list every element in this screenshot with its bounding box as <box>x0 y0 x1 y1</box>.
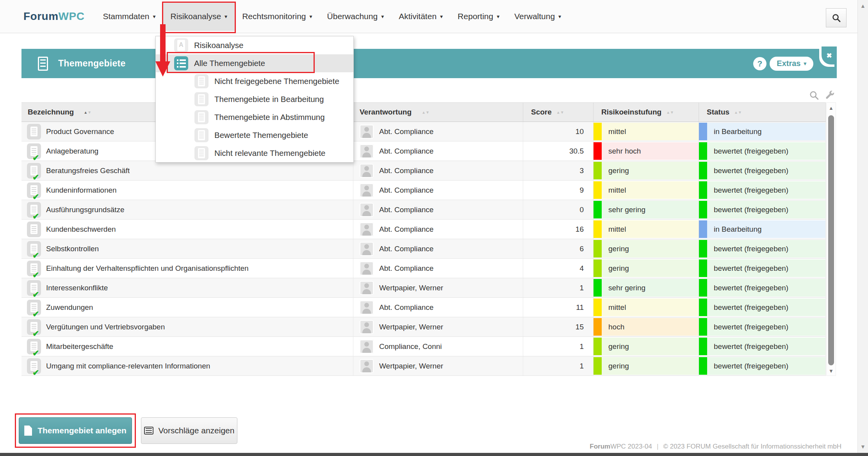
menu-item-risikoanalyse[interactable]: Risikoanalyse <box>156 36 353 54</box>
table-row[interactable]: ✔ZuwendungenAbt. Compliance11mittelbewer… <box>21 298 826 317</box>
approved-check-icon: ✔ <box>32 329 39 338</box>
risiko-cell: mittel <box>594 220 699 239</box>
menu-item-in-abstimmung[interactable]: Themengebiete in Abstimmung <box>156 108 353 126</box>
nav-item-verwaltung[interactable]: Verwaltung▾ <box>507 2 569 31</box>
column-header-risikoeinstufung[interactable]: Risikoeinstufung ▲▼ <box>594 103 699 122</box>
status-cell: bewertet (freigegeben) <box>699 181 826 200</box>
table-row[interactable]: KundenbeschwerdenAbt. Compliance16mittel… <box>21 220 826 239</box>
table-row[interactable]: ✔AnlageberatungAbt. Compliance30.5sehr h… <box>21 141 826 161</box>
risiko-color-bar <box>594 181 602 199</box>
create-topic-button[interactable]: Themengebiet anlegen <box>19 417 132 444</box>
bezeichnung-cell: ✔Einhaltung der Verhaltenspflichten und … <box>21 259 353 278</box>
score-cell: 1 <box>523 337 594 356</box>
status-color-bar <box>699 299 707 316</box>
table-row[interactable]: ✔MitarbeitergeschäfteCompliance, Conni1g… <box>21 337 826 356</box>
app-logo: ForumWPC <box>23 10 84 23</box>
footer-version: WPC 2023-04 <box>610 443 652 450</box>
bezeichnung-cell: ✔Selbstkontrollen <box>21 239 353 258</box>
score-cell: 3 <box>523 161 594 180</box>
status-label: in Bearbeitung <box>714 225 762 234</box>
menu-item-in-bearbeitung[interactable]: Themengebiete in Bearbeitung <box>156 90 353 108</box>
column-header-score[interactable]: Score ▲▼ <box>523 103 594 122</box>
verantwortung-cell: Abt. Compliance <box>353 259 523 278</box>
scroll-down-icon[interactable]: ▼ <box>827 368 836 374</box>
verantwortung-text: Compliance, Conni <box>379 342 442 351</box>
score-cell: 15 <box>523 317 594 336</box>
column-label: Verantwortung <box>360 108 412 116</box>
nav-item-aktivitaeten[interactable]: Aktivitäten▾ <box>391 2 450 31</box>
nav-item-ueberwachung[interactable]: Überwachung▾ <box>320 2 392 31</box>
person-icon <box>360 359 374 373</box>
column-header-status[interactable]: Status ▲▼ <box>699 103 826 122</box>
nav-item-label: Rechtsmonitoring <box>242 12 306 21</box>
bezeichnung-cell: ✔Umgang mit compliance-relevanten Inform… <box>21 356 353 376</box>
nav-item-reporting[interactable]: Reporting▾ <box>450 2 507 31</box>
nav-item-risikoanalyse[interactable]: Risikoanalyse▾ <box>163 2 235 31</box>
show-suggestions-button[interactable]: Vorschläge anzeigen <box>141 417 237 444</box>
verantwortung-cell: Abt. Compliance <box>353 181 523 200</box>
table-row[interactable]: Product GovernanceAbt. Compliance10mitte… <box>21 122 826 141</box>
column-header-verantwortung[interactable]: Verantwortung ▲▼ <box>353 103 523 122</box>
score-text: 1 <box>579 362 584 370</box>
status-label: bewertet (freigegeben) <box>714 147 788 156</box>
table-row[interactable]: ✔Beratungsfreies GeschäftAbt. Compliance… <box>21 161 826 181</box>
scroll-up-icon[interactable]: ▲ <box>827 105 836 111</box>
chevron-down-icon: ▾ <box>804 61 806 66</box>
table-settings-wrench-icon[interactable] <box>825 90 835 100</box>
table-scrollbar-thumb[interactable] <box>828 115 834 365</box>
nav-item-rechtsmonitoring[interactable]: Rechtsmonitoring▾ <box>235 2 319 31</box>
score-text: 0 <box>579 206 584 214</box>
menu-item-label: Bewertete Themengebiete <box>214 131 308 140</box>
table-row[interactable]: ✔Einhaltung der Verhaltenspflichten und … <box>21 259 826 278</box>
table-row[interactable]: ✔Vergütungen und VertriebsvorgabenWertpa… <box>21 317 826 337</box>
table-row[interactable]: ✔AusführungsgrundsätzeAbt. Compliance0se… <box>21 200 826 220</box>
table-row[interactable]: ✔SelbstkontrollenAbt. Compliance6geringb… <box>21 239 826 259</box>
status-cell: bewertet (freigegeben) <box>699 337 826 356</box>
footer: ForumWPC 2023-04|© 2023 FORUM Gesellscha… <box>590 443 841 451</box>
menu-item-nicht-relevante[interactable]: Nicht relevante Themengebiete <box>156 144 353 162</box>
nav-item-stammdaten[interactable]: Stammdaten▾ <box>95 2 163 31</box>
bezeichnung-text: Beratungsfreies Geschäft <box>46 166 130 175</box>
status-cell: bewertet (freigegeben) <box>699 278 826 297</box>
table-row[interactable]: ✔InteressenkonflikteWertpapier, Werner1s… <box>21 278 826 298</box>
risiko-label: sehr gering <box>608 284 645 292</box>
table-row[interactable]: ✔Umgang mit compliance-relevanten Inform… <box>21 356 826 376</box>
verantwortung-text: Abt. Compliance <box>379 264 433 273</box>
verantwortung-text: Wertpapier, Werner <box>379 362 443 370</box>
risiko-label: gering <box>608 342 629 351</box>
page-scrollbar[interactable]: ▲ ▼ <box>857 0 868 456</box>
risiko-cell: gering <box>594 259 699 278</box>
bezeichnung-text: Anlageberatung <box>46 147 98 156</box>
table-row[interactable]: ✔KundeninformationenAbt. Compliance9mitt… <box>21 181 826 200</box>
menu-item-bewertete[interactable]: Bewertete Themengebiete <box>156 126 353 144</box>
extras-button[interactable]: Extras ▾ <box>770 57 813 71</box>
risiko-color-bar <box>594 220 602 238</box>
score-text: 4 <box>579 264 584 273</box>
global-search-button[interactable] <box>826 8 847 27</box>
approved-check-icon: ✔ <box>32 349 39 358</box>
menu-item-alle-themengebiete[interactable]: Alle Themengebiete <box>156 54 353 72</box>
chevron-down-icon: ▾ <box>440 13 443 20</box>
table-scrollbar[interactable]: ▲ ▼ <box>826 102 836 376</box>
risiko-cell: gering <box>594 337 699 356</box>
verantwortung-cell: Abt. Compliance <box>353 200 523 219</box>
status-label: bewertet (freigegeben) <box>714 245 788 253</box>
extras-label: Extras <box>777 59 800 68</box>
menu-item-nicht-freigegebene[interactable]: Nicht freigegebene Themengebiete <box>156 72 353 90</box>
person-icon <box>360 183 374 197</box>
help-button[interactable]: ? <box>753 57 766 70</box>
page-scroll-up-icon[interactable]: ▲ <box>858 3 868 9</box>
person-icon <box>360 125 374 139</box>
verantwortung-text: Abt. Compliance <box>379 147 433 156</box>
verantwortung-cell: Compliance, Conni <box>353 337 523 356</box>
app-window: ForumWPC Stammdaten▾ Risikoanalyse▾ Rech… <box>0 0 868 456</box>
table-search-icon[interactable] <box>809 90 819 100</box>
menu-item-label: Alle Themengebiete <box>194 59 265 68</box>
risiko-color-bar <box>594 162 602 179</box>
score-cell: 10 <box>523 122 594 141</box>
topic-approved-icon: ✔ <box>27 182 41 198</box>
topic-icon <box>27 124 41 139</box>
risiko-color-bar <box>594 142 602 160</box>
page-scroll-down-icon[interactable]: ▼ <box>858 443 868 450</box>
topic-approved-icon: ✔ <box>27 300 41 315</box>
